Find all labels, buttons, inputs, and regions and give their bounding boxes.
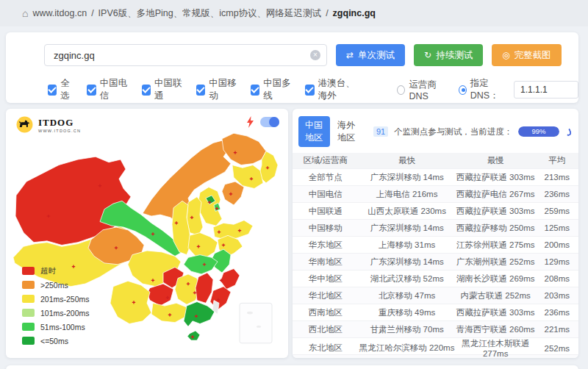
full-screenshot-button[interactable]: ◎ 完整截图 — [492, 44, 561, 66]
column-header: 最慢 — [456, 155, 536, 166]
checkbox-checked-icon — [48, 85, 57, 96]
table-row: 全部节点广东深圳移动 14ms西藏拉萨联通 303ms213ms — [293, 169, 578, 186]
table-cell: 黑龙江佳木斯联通 277ms — [456, 338, 536, 358]
search-panel: × ⇄ 单次测试 ↻ 持续测试 ◎ 完整截图 全选中国电信中国联通中国移动中国多… — [6, 32, 578, 103]
dns-radio[interactable]: 运营商DNS — [397, 79, 448, 101]
single-test-button[interactable]: ⇄ 单次测试 — [336, 44, 405, 66]
table-cell: 山西太原联通 230ms — [358, 206, 455, 217]
table-cell: 236ms — [536, 308, 578, 317]
south-china-sea-inset — [240, 303, 272, 343]
province-jiangxi — [196, 273, 213, 303]
province-yunnan — [110, 281, 151, 323]
province-shandong — [213, 221, 253, 240]
loading-spinner-icon — [564, 127, 572, 137]
next-section-card — [6, 365, 578, 369]
filter-checkbox[interactable]: 港澳台、海外 — [305, 77, 363, 102]
legend-label: 101ms-200ms — [40, 309, 90, 318]
table-cell: 129ms — [536, 257, 578, 266]
tab-overseas-region[interactable]: 海外地区 — [337, 119, 356, 144]
dns-radio-list: 运营商DNS指定DNS： — [397, 77, 509, 102]
breadcrumb-separator: / — [326, 8, 328, 18]
logo-title: ITDOG — [38, 117, 81, 129]
legend-item: <=50ms — [22, 334, 90, 348]
breadcrumb-target: zgqinc.gq — [333, 8, 376, 18]
table-row: 中国移动广东深圳移动 14ms西藏拉萨移动 250ms125ms — [293, 220, 578, 237]
breadcrumb-site[interactable]: www.itdog.cn — [32, 8, 87, 18]
home-icon: ⌂ — [22, 7, 28, 19]
legend-label: 201ms-250ms — [40, 295, 90, 304]
swap-arrows-icon: ⇄ — [346, 50, 354, 60]
inset-island — [247, 312, 253, 315]
map-legend: 超时>250ms201ms-250ms101ms-200ms51ms-100ms… — [22, 264, 90, 348]
dog-icon — [15, 115, 35, 135]
table-cell: 广东深圳移动 14ms — [358, 172, 455, 183]
table-cell: 甘肃兰州移动 70ms — [358, 324, 455, 335]
checkbox-checked-icon — [305, 85, 314, 96]
legend-swatch — [22, 281, 35, 289]
checkbox-label: 港澳台、海外 — [318, 77, 364, 102]
table-cell: 西藏拉萨联通 303ms — [456, 307, 536, 318]
table-row: 华东地区上海移动 31ms江苏徐州联通 275ms200ms — [293, 237, 578, 254]
full-screenshot-label: 完整截图 — [514, 49, 551, 62]
filter-checkbox[interactable]: 中国多线 — [251, 77, 293, 102]
table-cell: 港澳台 — [293, 358, 358, 359]
table-cell: 北京移动 47ms — [358, 290, 455, 301]
dns-radio[interactable]: 指定DNS： — [459, 77, 509, 102]
table-cell: 208ms — [536, 274, 578, 283]
table-cell: 华北地区 — [293, 290, 358, 301]
table-cell: 125ms — [536, 223, 578, 232]
legend-item: 101ms-200ms — [22, 306, 90, 320]
filter-checkbox-list: 全选中国电信中国联通中国移动中国多线港澳台、海外 — [48, 77, 363, 102]
single-test-label: 单次测试 — [358, 49, 395, 62]
column-header: 区域/运营商 — [293, 155, 358, 166]
itdog-logo: ITDOG WWW.ITDOG.CN — [15, 115, 81, 135]
filter-checkbox[interactable]: 中国电信 — [87, 77, 129, 102]
table-cell: 华中地区 — [293, 273, 358, 284]
table-cell: 内蒙古联通 252ms — [456, 290, 536, 301]
table-cell: 江苏徐州联通 275ms — [456, 240, 536, 251]
checkbox-checked-icon — [196, 85, 205, 96]
results-panel: 中国地区 海外地区 91 个监测点参与测试，当前进度： 99% 区域/运营商最快… — [293, 109, 578, 358]
table-cell: 西藏拉萨联通 303ms — [456, 206, 536, 217]
table-cell: 黑龙江哈尔滨移动 220ms — [358, 343, 455, 354]
checkbox-label: 全选 — [60, 77, 75, 102]
column-header: 最快 — [358, 155, 455, 166]
legend-swatch — [22, 267, 35, 275]
logo-subtitle: WWW.ITDOG.CN — [38, 129, 81, 133]
table-cell: 青海西宁联通 260ms — [456, 324, 536, 335]
table-row: 华南地区广东深圳移动 14ms广东潮州联通 252ms129ms — [293, 254, 578, 271]
table-cell: 200ms — [536, 240, 578, 249]
continuous-test-button[interactable]: ↻ 持续测试 — [414, 44, 483, 66]
tab-china-region[interactable]: 中国地区 — [298, 116, 330, 147]
dns-input[interactable] — [514, 81, 578, 98]
map-toggle[interactable] — [260, 117, 279, 127]
table-row: 港澳台------ — [293, 355, 578, 358]
filter-checkbox[interactable]: 中国联通 — [142, 77, 184, 102]
table-cell: 湖南长沙联通 269ms — [456, 273, 536, 284]
checkbox-label: 中国电信 — [100, 77, 130, 102]
results-table: 区域/运营商最快最慢平均全部节点广东深圳移动 14ms西藏拉萨联通 303ms2… — [293, 153, 578, 358]
legend-swatch — [22, 295, 35, 303]
table-cell: 上海移动 31ms — [358, 240, 455, 251]
filter-checkbox[interactable]: 全选 — [48, 77, 75, 102]
table-row: 华中地区湖北武汉移动 52ms湖南长沙联通 269ms208ms — [293, 271, 578, 287]
lightning-icon[interactable] — [246, 116, 254, 128]
radio-label: 运营商DNS — [409, 79, 448, 101]
table-cell: 华南地区 — [293, 257, 358, 268]
province-henan — [188, 233, 218, 258]
province-hainan — [187, 331, 200, 340]
table-cell: 221ms — [536, 325, 578, 334]
province-zhejiang — [220, 268, 240, 289]
breadcrumb-path: IPV6版、多地Ping、常规版、icmp协议、网络延迟测试 — [98, 7, 322, 20]
checkbox-checked-icon — [142, 85, 151, 96]
table-cell: 广东深圳移动 14ms — [358, 223, 455, 234]
column-header: 平均 — [536, 155, 578, 166]
host-input[interactable] — [44, 44, 327, 66]
legend-swatch — [22, 323, 35, 331]
clear-input-icon[interactable]: × — [310, 50, 320, 60]
legend-item: 201ms-250ms — [22, 292, 90, 306]
legend-label: <=50ms — [40, 337, 68, 345]
legend-swatch — [22, 309, 35, 317]
legend-item: >250ms — [22, 278, 90, 292]
filter-checkbox[interactable]: 中国移动 — [196, 77, 239, 102]
